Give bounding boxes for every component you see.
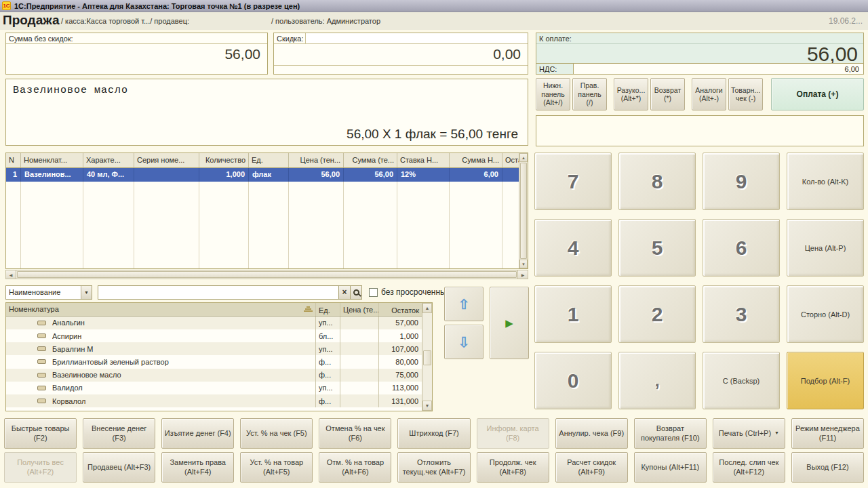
key-4[interactable]: 4 (534, 219, 612, 277)
scroll-down-icon[interactable]: ▼ (519, 260, 528, 268)
backspace-button[interactable]: С (Backsp) (703, 352, 780, 409)
catalog-col-name[interactable]: Номенклатура (6, 303, 315, 316)
calc-discounts-button[interactable]: Расчет скидок (Alt+F9) (555, 452, 628, 483)
key-6[interactable]: 6 (703, 219, 780, 277)
catalog-scroll-thumb[interactable] (423, 350, 431, 365)
cell-sum: 56,00 (344, 168, 397, 182)
search-input[interactable] (98, 285, 339, 300)
chevron-down-icon[interactable]: ▼ (81, 286, 92, 299)
annul-check-button[interactable]: Аннулир. чека (F9) (555, 418, 628, 449)
key-0[interactable]: 0 (534, 352, 612, 409)
last-slip-button[interactable]: Послед. слип чек (Alt+F12) (713, 452, 785, 483)
seller-button[interactable]: Продавец (Alt+F3) (83, 452, 155, 483)
item-rest: 131,000 (378, 394, 422, 407)
continue-check-button[interactable]: Продолж. чек (Alt+F8) (477, 452, 549, 483)
up-arrow-icon: ⇧ (458, 296, 470, 312)
goods-receipt-button[interactable]: Товарн... чек (-) (728, 78, 763, 110)
catalog-vertical-scrollbar[interactable]: ▲ ▼ (422, 303, 432, 411)
fast-goods-button[interactable]: Быстрые товары (F2) (4, 418, 77, 449)
list-item[interactable]: Вазелиновое масло ф... 75,000 (6, 369, 422, 382)
move-down-button[interactable]: ⇩ (444, 325, 484, 359)
hscroll-thumb[interactable] (17, 271, 517, 278)
search-button[interactable] (351, 285, 362, 300)
comma-key[interactable]: , (618, 352, 696, 409)
key-3[interactable]: 3 (703, 285, 780, 343)
list-item[interactable]: Аспирин бл... 1,000 (6, 329, 422, 342)
exit-button[interactable]: Выход (F12) (791, 452, 864, 483)
payment-button[interactable]: Оплата (+) (771, 78, 864, 110)
scroll-up-icon[interactable]: ▲ (519, 153, 528, 162)
function-button-row-2: Получить вес (Alt+F2) Продавец (Alt+F3) … (4, 452, 864, 483)
list-item[interactable]: Корвалол ф... 131,000 (6, 394, 422, 407)
manager-mode-button[interactable]: Режим менеджера (F11) (791, 418, 864, 449)
search-field-selector[interactable]: Наименование ▼ (5, 285, 92, 300)
key-7[interactable]: 7 (534, 152, 612, 210)
catalog-col-unit[interactable]: Ед. (315, 303, 340, 316)
col-n: N (6, 153, 21, 167)
add-to-receipt-button[interactable]: ▶ (490, 287, 529, 359)
right-panel-button[interactable]: Прав. панель (/) (572, 78, 607, 110)
receipt-vertical-scrollbar[interactable]: ▲ ▼ (519, 153, 528, 268)
quantity-button[interactable]: Кол-во (Alt-K) (787, 152, 864, 210)
analogs-button[interactable]: Аналоги (Alt+-) (692, 78, 726, 110)
item-name: Валидол (52, 384, 83, 392)
clear-search-button[interactable]: × (339, 285, 351, 300)
expired-checkbox[interactable] (369, 288, 378, 297)
key-5[interactable]: 5 (618, 219, 696, 277)
list-item[interactable]: Бриллиантовый зеленый раствор ф... 80,00… (6, 355, 422, 368)
list-item[interactable]: Валидол уп... 113,000 (6, 382, 422, 394)
set-item-discount-button[interactable]: Уст. % на товар (Alt+F5) (240, 452, 313, 483)
item-icon (37, 346, 46, 351)
vat-value: 6,00 (573, 64, 863, 74)
key-9[interactable]: 9 (703, 152, 780, 210)
clear-x-icon: × (342, 288, 347, 296)
change-rights-button[interactable]: Заменить права (Alt+F4) (161, 452, 234, 483)
cell-characteristic: 40 мл, Ф... (83, 168, 134, 182)
withdraw-money-button[interactable]: Изъятие денег (F4) (161, 418, 234, 449)
list-item[interactable]: Баралгин М уп... 107,000 (6, 342, 422, 355)
receipt-row-selected[interactable]: 1 Вазелинов... 40 мл, Ф... 1,000 флак 56… (6, 168, 528, 182)
barcode-button[interactable]: Штрихкод (F7) (397, 418, 470, 449)
window-title: 1С:Предприятие - Аптека для Казахстана: … (14, 2, 300, 10)
list-item-partial (6, 407, 422, 411)
cancel-check-discount-button[interactable]: Отмена % на чек (F6) (319, 418, 391, 449)
key-8[interactable]: 8 (618, 152, 696, 210)
print-button[interactable]: Печать (Ctrl+P) ▼ (713, 418, 785, 449)
window-titlebar: 1С 1С:Предприятие - Аптека для Казахстан… (0, 0, 868, 12)
receipt-scroll-thumb[interactable] (520, 163, 527, 259)
return-button[interactable]: Возврат (*) (650, 78, 685, 110)
item-icon (37, 333, 46, 338)
cell-price: 56,00 (289, 168, 344, 182)
scroll-up-icon[interactable]: ▲ (422, 303, 432, 313)
unpack-button[interactable]: Разуко... (Alt+*) (614, 78, 648, 110)
item-price (340, 317, 378, 329)
bottom-panel-button[interactable]: Нижн. панель (Alt+/) (536, 78, 570, 110)
key-2[interactable]: 2 (618, 285, 696, 343)
hold-check-button[interactable]: Отложить текущ.чек (Alt+F7) (397, 452, 470, 483)
price-button[interactable]: Цена (Alt-P) (787, 219, 864, 277)
move-up-button[interactable]: ⇧ (444, 287, 484, 321)
item-unit: бл... (315, 329, 340, 342)
coupons-button[interactable]: Купоны (Alt+F11) (634, 452, 707, 483)
cell-quantity: 1,000 (199, 168, 249, 182)
get-weight-button: Получить вес (Alt+F2) (4, 452, 77, 483)
cancel-item-discount-button[interactable]: Отм. % на товар (Alt+F6) (319, 452, 391, 483)
scroll-down-icon[interactable]: ▼ (422, 401, 432, 411)
receipt-horizontal-scrollbar[interactable]: ◀ ▶ (5, 270, 528, 279)
discount-input-field (306, 33, 528, 43)
set-check-discount-button[interactable]: Уст. % на чек (F5) (240, 418, 313, 449)
deposit-money-button[interactable]: Внесение денег (F3) (83, 418, 155, 449)
customer-return-button[interactable]: Возврат покупателя (F10) (634, 418, 707, 449)
item-unit: уп... (315, 342, 340, 355)
catalog-col-price[interactable]: Цена (те... (340, 303, 378, 316)
scroll-left-icon[interactable]: ◀ (6, 270, 16, 279)
scroll-right-icon[interactable]: ▶ (517, 270, 528, 279)
podbor-button[interactable]: Подбор (Alt-F) (787, 352, 864, 409)
item-price (340, 382, 378, 394)
list-item[interactable]: Анальгин уп... 57,000 (6, 317, 422, 329)
info-card-button: Информ. карта (F8) (477, 418, 549, 449)
catalog-col-rest[interactable]: Остаток (378, 303, 422, 316)
key-1[interactable]: 1 (534, 285, 612, 343)
storno-button[interactable]: Сторно (Alt-D) (787, 285, 864, 343)
item-price (340, 355, 378, 368)
